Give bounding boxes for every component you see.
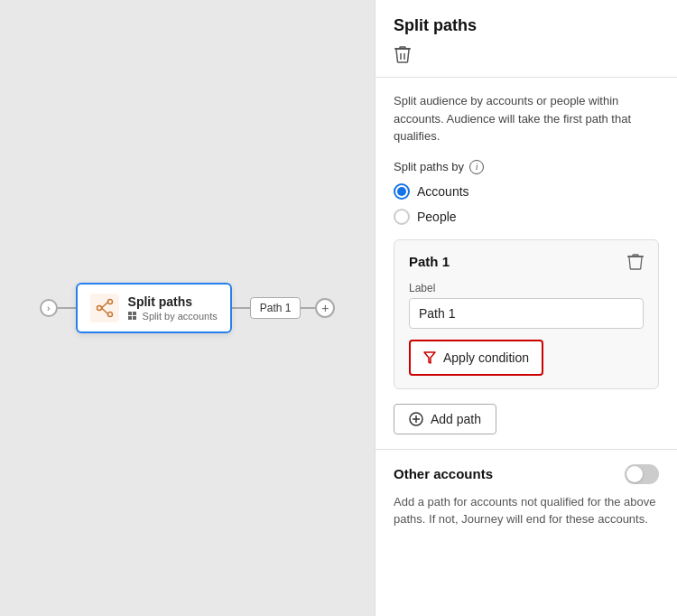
path-1-card: Path 1 Label Apply condition (394, 239, 659, 389)
svg-rect-12 (627, 256, 644, 257)
svg-rect-8 (133, 316, 136, 320)
svg-point-0 (107, 300, 112, 304)
apply-condition-button[interactable]: Apply condition (409, 340, 543, 376)
flow-diagram: › Split paths (40, 283, 336, 333)
info-icon[interactable]: i (469, 160, 484, 174)
trash-icon (394, 44, 412, 64)
radio-people-label: People (417, 210, 457, 224)
svg-rect-5 (128, 312, 132, 315)
split-icon (95, 298, 115, 318)
panel-body: Split audience by accounts or people wit… (376, 78, 677, 449)
connector-line-3 (301, 307, 315, 309)
chevron-right-icon: › (47, 303, 50, 313)
svg-point-1 (107, 313, 112, 317)
panel-title: Split paths (394, 16, 659, 35)
svg-rect-6 (133, 312, 136, 315)
path-trash-icon (627, 253, 644, 271)
add-path-icon (409, 412, 423, 426)
svg-line-4 (101, 308, 107, 314)
node-subtitle: Split by accounts (128, 311, 218, 322)
radio-accounts[interactable]: Accounts (394, 183, 659, 200)
split-description: Split audience by accounts or people wit… (394, 92, 659, 145)
right-panel: Split paths Split audience by accounts o… (375, 0, 677, 616)
node-info: Split paths Split by accounts (128, 294, 218, 322)
svg-rect-7 (128, 316, 132, 320)
label-field-container: Label (409, 282, 644, 329)
other-accounts-title: Other accounts (394, 466, 493, 481)
connector-line-2 (232, 307, 250, 309)
panel-header: Split paths (376, 0, 677, 78)
add-step-button[interactable]: + (315, 298, 335, 318)
path-card-title: Path 1 (409, 254, 450, 269)
split-paths-node[interactable]: Split paths Split by accounts (76, 283, 232, 333)
split-by-label: Split paths by i (394, 160, 659, 174)
radio-accounts-label: Accounts (417, 184, 469, 199)
flow-canvas: › Split paths (0, 0, 375, 616)
radio-people-indicator (394, 209, 410, 225)
path-label-input[interactable] (409, 298, 644, 329)
other-accounts-header: Other accounts (394, 464, 659, 484)
svg-point-2 (97, 306, 101, 311)
svg-line-3 (101, 303, 107, 309)
radio-accounts-indicator (394, 183, 410, 200)
other-accounts-toggle[interactable] (625, 464, 659, 484)
other-accounts-section: Other accounts Add a path for accounts n… (376, 450, 677, 543)
node-icon-container (90, 294, 119, 322)
filter-icon (423, 350, 436, 365)
other-accounts-description: Add a path for accounts not qualified fo… (394, 493, 659, 528)
delete-split-paths-button[interactable] (394, 44, 412, 64)
add-path-button[interactable]: Add path (394, 404, 496, 434)
delete-path-button[interactable] (627, 253, 644, 271)
path-label-pill: Path 1 (250, 297, 301, 319)
svg-rect-9 (394, 48, 411, 50)
path-card-header: Path 1 (409, 253, 644, 271)
label-field-label: Label (409, 282, 644, 294)
entry-connector[interactable]: › (40, 299, 58, 317)
radio-people[interactable]: People (394, 209, 659, 225)
grid-icon (128, 312, 139, 321)
connector-line-1 (58, 307, 76, 309)
split-by-section: Split paths by i Accounts People (394, 160, 659, 225)
node-title: Split paths (128, 294, 218, 309)
